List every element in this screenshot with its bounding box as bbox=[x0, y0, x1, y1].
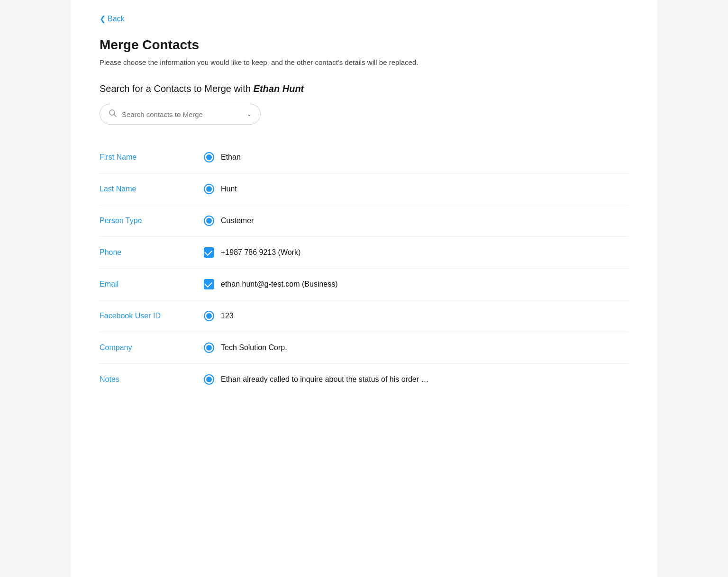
radio-button[interactable] bbox=[204, 152, 214, 162]
field-control: 123 bbox=[204, 311, 628, 321]
field-control: Customer bbox=[204, 216, 628, 226]
field-value: 123 bbox=[221, 312, 234, 320]
field-row: Phone+1987 786 9213 (Work) bbox=[100, 237, 628, 269]
field-label: Company bbox=[100, 343, 194, 352]
radio-button[interactable] bbox=[204, 343, 214, 353]
field-control: Hunt bbox=[204, 184, 628, 194]
field-value: Customer bbox=[221, 216, 254, 225]
search-input[interactable] bbox=[122, 110, 242, 118]
field-label: Phone bbox=[100, 248, 194, 257]
chevron-down-icon: ⌄ bbox=[247, 111, 252, 117]
field-value: Tech Solution Corp. bbox=[221, 343, 287, 352]
search-section-title: Search for a Contacts to Merge with Etha… bbox=[100, 83, 628, 94]
field-value: Ethan bbox=[221, 153, 241, 162]
field-label: Email bbox=[100, 280, 194, 288]
field-control: Ethan bbox=[204, 152, 628, 162]
field-row: Person TypeCustomer bbox=[100, 205, 628, 237]
field-label: Last Name bbox=[100, 185, 194, 193]
search-icon bbox=[109, 109, 117, 119]
search-box[interactable]: ⌄ bbox=[100, 104, 261, 125]
field-label: First Name bbox=[100, 153, 194, 162]
field-label: Notes bbox=[100, 375, 194, 384]
radio-button[interactable] bbox=[204, 216, 214, 226]
field-label: Facebook User ID bbox=[100, 312, 194, 320]
back-label: Back bbox=[108, 15, 125, 23]
page-container: ❮ Back Merge Contacts Please choose the … bbox=[71, 0, 657, 577]
field-value: +1987 786 9213 (Work) bbox=[221, 248, 300, 257]
field-control: ethan.hunt@g-test.com (Business) bbox=[204, 279, 628, 289]
page-subtitle: Please choose the information you would … bbox=[100, 58, 628, 66]
back-chevron-icon: ❮ bbox=[100, 14, 106, 23]
field-value: ethan.hunt@g-test.com (Business) bbox=[221, 280, 338, 288]
field-value: Ethan already called to inquire about th… bbox=[221, 375, 428, 384]
radio-button[interactable] bbox=[204, 374, 214, 385]
field-row: Last NameHunt bbox=[100, 173, 628, 205]
fields-list: First NameEthanLast NameHuntPerson TypeC… bbox=[100, 142, 628, 395]
field-control: Tech Solution Corp. bbox=[204, 343, 628, 353]
field-control: +1987 786 9213 (Work) bbox=[204, 247, 628, 258]
contact-name-highlight: Ethan Hunt bbox=[254, 83, 304, 94]
field-row: CompanyTech Solution Corp. bbox=[100, 332, 628, 364]
field-control: Ethan already called to inquire about th… bbox=[204, 374, 628, 385]
field-row: Facebook User ID123 bbox=[100, 300, 628, 332]
field-value: Hunt bbox=[221, 185, 237, 193]
field-label: Person Type bbox=[100, 216, 194, 225]
checkbox-button[interactable] bbox=[204, 247, 214, 258]
radio-button[interactable] bbox=[204, 184, 214, 194]
radio-button[interactable] bbox=[204, 311, 214, 321]
page-title: Merge Contacts bbox=[100, 37, 628, 53]
field-row: Emailethan.hunt@g-test.com (Business) bbox=[100, 269, 628, 300]
search-box-wrapper: ⌄ bbox=[100, 104, 628, 125]
back-link[interactable]: ❮ Back bbox=[100, 14, 125, 23]
checkbox-button[interactable] bbox=[204, 279, 214, 289]
svg-line-1 bbox=[114, 115, 117, 117]
field-row: First NameEthan bbox=[100, 142, 628, 173]
field-row: NotesEthan already called to inquire abo… bbox=[100, 364, 628, 395]
